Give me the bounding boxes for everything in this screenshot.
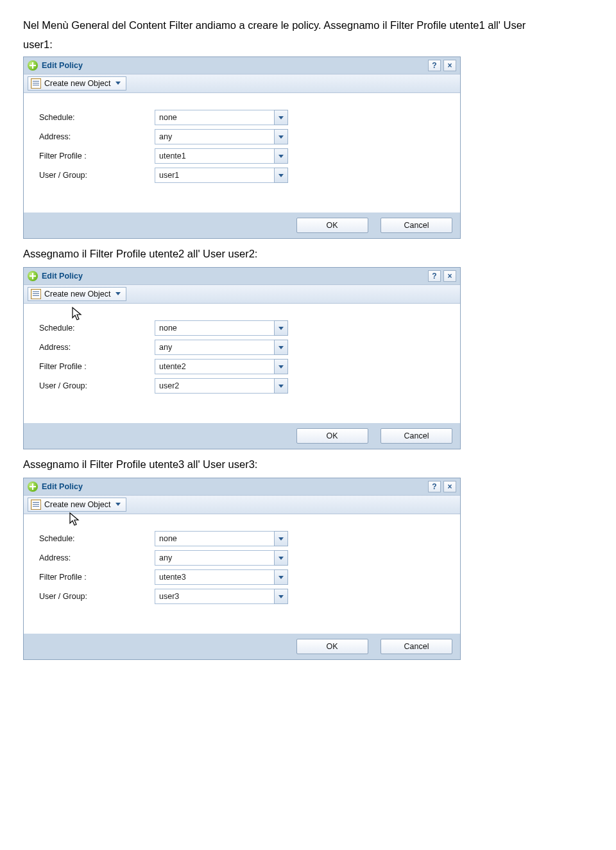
user-group-select[interactable]: user1 <box>155 168 288 183</box>
help-button[interactable]: ? <box>428 481 441 492</box>
schedule-select[interactable]: none <box>155 320 288 336</box>
object-icon <box>31 289 41 299</box>
schedule-value: none <box>155 320 274 336</box>
filter-profile-select[interactable]: utente3 <box>155 569 288 585</box>
filter-profile-label: Filter Profile : <box>39 152 155 160</box>
close-button[interactable]: × <box>443 60 456 71</box>
user-group-value: user2 <box>155 378 274 394</box>
edit-policy-dialog-1: Edit Policy ? × Create new Object Schedu… <box>23 56 461 239</box>
cancel-button[interactable]: Cancel <box>381 218 452 233</box>
toolbar: Create new Object <box>24 285 460 304</box>
schedule-label: Schedule: <box>39 113 155 122</box>
ok-button[interactable]: OK <box>296 428 368 444</box>
user-group-label: User / Group: <box>39 592 155 601</box>
chevron-down-icon <box>274 110 288 125</box>
schedule-value: none <box>155 531 274 546</box>
cancel-button[interactable]: Cancel <box>381 639 452 654</box>
schedule-select[interactable]: none <box>155 531 288 546</box>
filter-profile-value: utente2 <box>155 359 274 374</box>
chevron-down-icon <box>274 378 288 394</box>
help-button[interactable]: ? <box>428 270 441 282</box>
chevron-down-icon <box>274 148 288 164</box>
user-group-value: user3 <box>155 589 274 604</box>
dialog-title: Edit Policy <box>42 272 428 281</box>
chevron-down-icon <box>274 589 288 604</box>
chevron-down-icon <box>274 168 288 183</box>
chevron-down-icon <box>274 129 288 144</box>
add-icon <box>28 481 38 492</box>
address-label: Address: <box>39 132 155 141</box>
schedule-value: none <box>155 110 274 125</box>
add-icon <box>28 271 38 281</box>
user-group-select[interactable]: user3 <box>155 589 288 604</box>
toolbar: Create new Object <box>24 74 460 93</box>
dialog-body: Schedule: none Address: any Filter Profi… <box>24 93 460 212</box>
user-group-select[interactable]: user2 <box>155 378 288 394</box>
create-new-object-button[interactable]: Create new Object <box>28 498 126 512</box>
filter-profile-select[interactable]: utente2 <box>155 359 288 374</box>
create-new-object-button[interactable]: Create new Object <box>28 287 126 301</box>
object-icon <box>31 78 41 89</box>
dialog-body: Schedule: none Address: any Filter Profi… <box>24 304 460 423</box>
schedule-select[interactable]: none <box>155 110 288 125</box>
close-button[interactable]: × <box>443 481 456 492</box>
filter-profile-value: utente3 <box>155 569 274 585</box>
object-icon <box>31 499 41 510</box>
dropdown-caret-icon <box>116 82 121 85</box>
address-value: any <box>155 129 274 144</box>
schedule-label: Schedule: <box>39 324 155 333</box>
chevron-down-icon <box>274 569 288 585</box>
dialog-footer: OK Cancel <box>24 423 460 449</box>
address-label: Address: <box>39 343 155 352</box>
address-select[interactable]: any <box>155 550 288 566</box>
filter-profile-value: utente1 <box>155 148 274 164</box>
chevron-down-icon <box>274 320 288 336</box>
dialog-footer: OK Cancel <box>24 634 460 659</box>
ok-button[interactable]: OK <box>296 639 368 654</box>
cursor-icon <box>71 306 83 322</box>
create-new-object-label: Create new Object <box>44 290 111 299</box>
user-group-label: User / Group: <box>39 381 155 390</box>
filter-profile-label: Filter Profile : <box>39 362 155 371</box>
cursor-icon <box>69 512 80 527</box>
chevron-down-icon <box>274 359 288 374</box>
create-new-object-label: Create new Object <box>44 500 111 509</box>
toolbar: Create new Object <box>24 496 460 514</box>
create-new-object-label: Create new Object <box>44 79 111 88</box>
dialog-footer: OK Cancel <box>24 212 460 238</box>
add-icon <box>28 60 38 71</box>
dialog-header: Edit Policy ? × <box>24 268 460 285</box>
help-button[interactable]: ? <box>428 60 441 71</box>
dropdown-caret-icon <box>116 503 121 506</box>
address-label: Address: <box>39 553 155 562</box>
dropdown-caret-icon <box>116 292 121 295</box>
dialog-title: Edit Policy <box>42 482 428 491</box>
chevron-down-icon <box>274 531 288 546</box>
caption-2: Assegnamo il Filter Profile utente2 all'… <box>23 247 593 262</box>
intro-line-2: user1: <box>23 37 593 53</box>
caption-3: Assegnamo il Filter Profile utente3 all'… <box>23 457 593 473</box>
edit-policy-dialog-3: Edit Policy ? × Create new Object Schedu… <box>23 478 461 660</box>
close-button[interactable]: × <box>443 270 456 282</box>
dialog-header: Edit Policy ? × <box>24 478 460 496</box>
address-value: any <box>155 550 274 566</box>
dialog-header: Edit Policy ? × <box>24 57 460 74</box>
dialog-body: Schedule: none Address: any Filter Profi… <box>24 514 460 634</box>
edit-policy-dialog-2: Edit Policy ? × Create new Object Schedu… <box>23 267 461 449</box>
intro-line-1: Nel Menù General del Content Filter andi… <box>23 18 593 33</box>
schedule-label: Schedule: <box>39 534 155 543</box>
dialog-title: Edit Policy <box>42 61 428 70</box>
user-group-label: User / Group: <box>39 171 155 180</box>
address-value: any <box>155 340 274 355</box>
user-group-value: user1 <box>155 168 274 183</box>
filter-profile-select[interactable]: utente1 <box>155 148 288 164</box>
address-select[interactable]: any <box>155 340 288 355</box>
cancel-button[interactable]: Cancel <box>381 428 452 444</box>
address-select[interactable]: any <box>155 129 288 144</box>
filter-profile-label: Filter Profile : <box>39 573 155 582</box>
create-new-object-button[interactable]: Create new Object <box>28 76 126 91</box>
ok-button[interactable]: OK <box>296 218 368 233</box>
chevron-down-icon <box>274 550 288 566</box>
chevron-down-icon <box>274 340 288 355</box>
